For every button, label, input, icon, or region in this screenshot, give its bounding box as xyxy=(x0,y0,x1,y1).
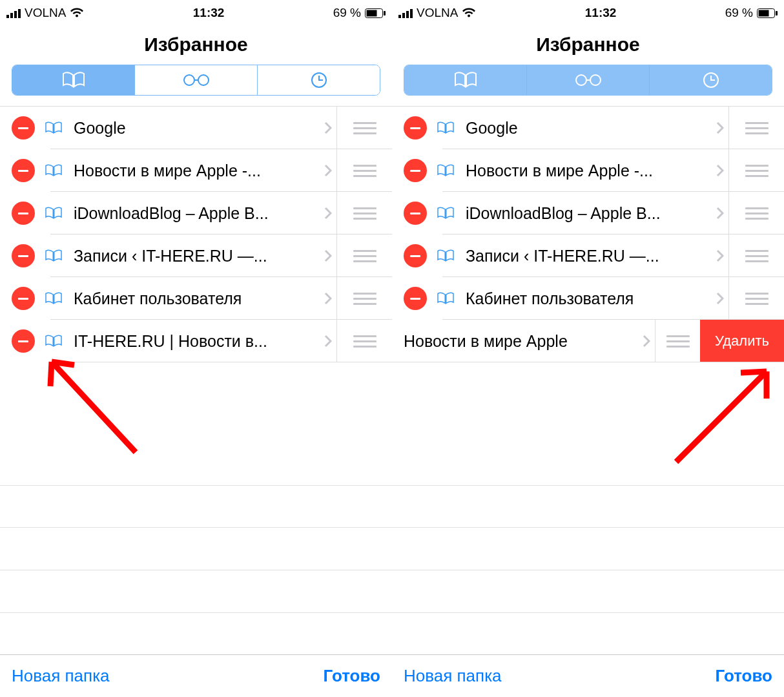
drag-handle[interactable] xyxy=(728,107,784,149)
delete-minus-button[interactable] xyxy=(404,159,427,182)
list-item-swiped[interactable]: Новости в мире Apple Удалить xyxy=(392,320,784,362)
battery-icon xyxy=(365,8,386,18)
drag-handle[interactable] xyxy=(336,192,392,234)
signal-icon xyxy=(398,8,413,18)
chevron-right-icon xyxy=(320,207,336,220)
tab-bookmarks[interactable] xyxy=(12,65,134,95)
bookmark-icon xyxy=(44,161,65,180)
chevron-right-icon xyxy=(712,292,728,305)
list-item[interactable]: Записи ‹ IT-HERE.RU —... xyxy=(392,234,784,277)
segmented-control xyxy=(404,65,772,96)
chevron-right-icon xyxy=(712,164,728,177)
bookmark-label: Google xyxy=(466,119,712,138)
svg-rect-1 xyxy=(367,10,377,16)
delete-minus-button[interactable] xyxy=(404,287,427,310)
page-title: Избранное xyxy=(392,26,784,65)
chevron-right-icon xyxy=(712,121,728,134)
delete-minus-button[interactable] xyxy=(12,202,35,225)
bookmark-label: Новости в мире Apple xyxy=(392,332,638,351)
clock-label: 11:32 xyxy=(193,6,225,20)
list-item[interactable]: Новости в мире Apple -... xyxy=(0,149,392,192)
drag-handle[interactable] xyxy=(336,107,392,149)
signal-icon xyxy=(6,8,21,18)
drag-handle[interactable] xyxy=(655,320,700,362)
new-folder-button[interactable]: Новая папка xyxy=(404,666,502,686)
bookmark-label: Google xyxy=(74,119,320,138)
delete-minus-button[interactable] xyxy=(12,244,35,267)
delete-minus-button[interactable] xyxy=(12,329,35,353)
svg-point-3 xyxy=(184,75,194,85)
delete-button[interactable]: Удалить xyxy=(700,320,784,362)
segmented-control xyxy=(12,65,380,96)
drag-handle[interactable] xyxy=(728,277,784,320)
empty-row xyxy=(392,528,784,570)
toolbar: Новая папка Готово xyxy=(0,654,392,697)
chevron-right-icon xyxy=(712,249,728,262)
tab-history[interactable] xyxy=(257,65,380,95)
phone-left: VOLNA 11:32 69 % Избранное Google xyxy=(0,0,392,697)
bookmarks-list: Google Новости в мире Apple -... iDownlo… xyxy=(392,107,784,654)
bookmark-icon xyxy=(44,289,65,307)
delete-minus-button[interactable] xyxy=(12,159,35,182)
battery-text: 69 % xyxy=(333,6,361,20)
delete-minus-button[interactable] xyxy=(12,116,35,140)
glasses-icon xyxy=(572,72,604,88)
list-item[interactable]: Кабинет пользователя xyxy=(0,277,392,320)
new-folder-button[interactable]: Новая папка xyxy=(12,666,110,686)
wifi-icon xyxy=(70,8,84,18)
list-item[interactable]: IT-HERE.RU | Новости в... xyxy=(0,320,392,362)
svg-rect-8 xyxy=(776,11,778,16)
bookmark-icon xyxy=(44,247,65,265)
drag-handle[interactable] xyxy=(728,192,784,234)
empty-row xyxy=(392,570,784,613)
tab-bookmarks[interactable] xyxy=(404,65,526,95)
drag-handle[interactable] xyxy=(336,277,392,320)
empty-row xyxy=(0,570,392,613)
chevron-right-icon xyxy=(320,335,336,348)
tab-reading-list[interactable] xyxy=(134,65,257,95)
glasses-icon xyxy=(180,72,212,88)
bookmarks-list: Google Новости в мире Apple -... iDownlo… xyxy=(0,107,392,654)
tab-reading-list[interactable] xyxy=(526,65,649,95)
list-item[interactable]: Новости в мире Apple -... xyxy=(392,149,784,192)
list-item[interactable]: Кабинет пользователя xyxy=(392,277,784,320)
empty-row xyxy=(392,485,784,528)
bookmark-icon xyxy=(436,289,457,307)
chevron-right-icon xyxy=(320,249,336,262)
drag-handle[interactable] xyxy=(728,234,784,277)
drag-handle[interactable] xyxy=(336,234,392,277)
svg-rect-2 xyxy=(384,11,386,16)
done-button[interactable]: Готово xyxy=(716,666,772,686)
bookmark-label: iDownloadBlog – Apple B... xyxy=(74,204,320,223)
status-bar: VOLNA 11:32 69 % xyxy=(392,0,784,26)
book-icon xyxy=(61,71,87,89)
list-item[interactable]: iDownloadBlog – Apple B... xyxy=(392,192,784,234)
bookmark-icon xyxy=(436,119,457,137)
chevron-right-icon xyxy=(712,207,728,220)
delete-minus-button[interactable] xyxy=(404,244,427,267)
delete-minus-button[interactable] xyxy=(12,287,35,310)
delete-minus-button[interactable] xyxy=(404,116,427,140)
bookmark-icon xyxy=(436,161,457,180)
tab-history[interactable] xyxy=(649,65,772,95)
bookmark-label: iDownloadBlog – Apple B... xyxy=(466,204,712,223)
drag-handle[interactable] xyxy=(336,149,392,192)
done-button[interactable]: Готово xyxy=(324,666,380,686)
list-item[interactable]: Записи ‹ IT-HERE.RU —... xyxy=(0,234,392,277)
empty-row xyxy=(0,528,392,570)
list-item[interactable]: Google xyxy=(392,107,784,149)
clock-icon xyxy=(701,70,721,90)
list-item[interactable]: Google xyxy=(0,107,392,149)
chevron-right-icon xyxy=(638,335,655,348)
carrier-label: VOLNA xyxy=(25,6,66,20)
clock-icon xyxy=(309,70,329,90)
list-item[interactable]: iDownloadBlog – Apple B... xyxy=(0,192,392,234)
bookmark-icon xyxy=(436,247,457,265)
drag-handle[interactable] xyxy=(728,149,784,192)
battery-text: 69 % xyxy=(725,6,753,20)
bookmark-icon xyxy=(44,332,65,350)
drag-handle[interactable] xyxy=(336,320,392,362)
delete-minus-button[interactable] xyxy=(404,202,427,225)
toolbar: Новая папка Готово xyxy=(392,654,784,697)
bookmark-icon xyxy=(436,204,457,222)
